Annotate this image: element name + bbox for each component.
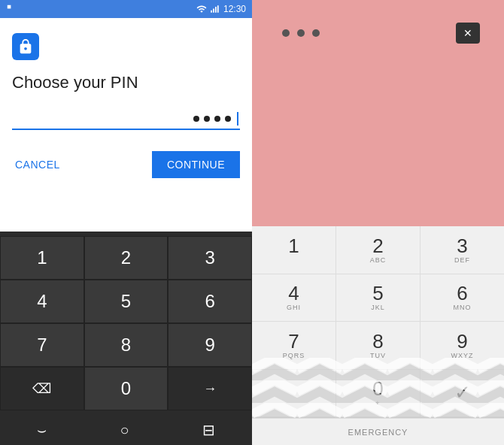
numpad-number-1: 1 — [288, 236, 299, 256]
nav-bar: ⌣ ○ ⊟ — [0, 415, 252, 445]
key-6[interactable]: 6 — [168, 280, 252, 323]
lock-icon — [17, 38, 34, 55]
status-bar: 12:30 — [0, 0, 252, 18]
key-4[interactable]: 4 — [0, 280, 84, 323]
pin-dot-1 — [193, 116, 199, 122]
numpad-letters-2: ABC — [370, 256, 387, 264]
emergency-label: EMERGENCY — [348, 428, 408, 437]
enter-key[interactable]: → — [168, 367, 252, 410]
chevron-background — [252, 358, 504, 418]
status-bar-right: 12:30 — [196, 4, 246, 14]
pin-dots — [12, 112, 240, 126]
right-pin-dots — [267, 29, 320, 37]
key-3[interactable]: 3 — [168, 236, 252, 280]
numpad-letters-5: JKL — [371, 304, 385, 311]
keyboard: 1 2 3 4 5 6 7 8 9 ⌫ 0 → — [0, 232, 252, 415]
home-nav-button[interactable]: ○ — [102, 416, 147, 445]
right-dot-2 — [297, 29, 305, 37]
cancel-button[interactable]: Cancel — [12, 153, 63, 177]
numpad-letters-3: DEF — [454, 256, 470, 264]
numpad-number-5: 5 — [372, 283, 383, 303]
numpad-number-2: 2 — [372, 236, 383, 256]
numpad-key-3[interactable]: 3 DEF — [421, 226, 504, 274]
backspace-key[interactable]: ⌫ — [0, 367, 84, 410]
right-panel: ✕ 1 2 ABC 3 DEF 4 GHI 5 — [252, 0, 504, 445]
right-backspace-button[interactable]: ✕ — [456, 23, 480, 44]
key-row-3: 7 8 9 — [0, 323, 252, 367]
key-row-2: 4 5 6 — [0, 280, 252, 323]
wifi-icon — [196, 4, 207, 14]
chevron-svg — [252, 358, 504, 418]
right-dot-3 — [312, 29, 320, 37]
pin-dot-4 — [225, 116, 231, 122]
svg-rect-1 — [252, 358, 504, 418]
signal-icon — [210, 4, 220, 14]
numpad-number-6: 6 — [457, 283, 467, 303]
key-2[interactable]: 2 — [84, 236, 169, 280]
numpad-key-4[interactable]: 4 GHI — [252, 274, 336, 322]
numpad-key-5[interactable]: 5 JKL — [336, 274, 421, 322]
numpad-key-1[interactable]: 1 — [252, 226, 336, 274]
pin-content: Choose your PIN Cancel CONTINUE — [0, 18, 252, 232]
key-1[interactable]: 1 — [0, 236, 84, 280]
lock-icon-container — [12, 33, 39, 60]
numpad-key-6[interactable]: 6 MNO — [421, 274, 504, 322]
numpad-number-7: 7 — [288, 331, 299, 351]
pin-dot-2 — [204, 116, 210, 122]
emergency-row: EMERGENCY — [252, 418, 504, 445]
numpad-letters-1 — [293, 256, 296, 264]
time-display: 12:30 — [223, 4, 246, 14]
notification-icon — [6, 4, 17, 14]
numpad-number-8: 8 — [372, 331, 383, 351]
numpad-number-9: 9 — [457, 331, 467, 351]
pin-dot-3 — [214, 116, 220, 122]
key-7[interactable]: 7 — [0, 323, 84, 367]
back-nav-button[interactable]: ⌣ — [19, 416, 65, 445]
key-0[interactable]: 0 — [84, 367, 169, 410]
numpad-letters-4: GHI — [287, 304, 301, 311]
right-dot-1 — [282, 29, 290, 37]
pin-cursor — [237, 112, 238, 126]
numpad-key-2[interactable]: 2 ABC — [336, 226, 421, 274]
key-8[interactable]: 8 — [84, 323, 169, 367]
key-5[interactable]: 5 — [84, 280, 169, 323]
svg-rect-0 — [8, 5, 11, 9]
status-bar-left — [6, 4, 17, 14]
numpad-row-1: 1 2 ABC 3 DEF — [252, 226, 504, 274]
key-row-1: 1 2 3 — [0, 236, 252, 280]
left-panel: 12:30 Choose your PIN Cancel CONTINUE — [0, 0, 252, 445]
numpad-row-2: 4 GHI 5 JKL 6 MNO — [252, 274, 504, 322]
right-dots-row: ✕ — [252, 8, 504, 44]
key-9[interactable]: 9 — [168, 323, 252, 367]
recent-nav-button[interactable]: ⊟ — [184, 415, 233, 445]
right-top-area: ✕ — [252, 0, 504, 219]
numpad-letters-6: MNO — [454, 304, 472, 311]
numpad-number-3: 3 — [457, 236, 467, 256]
key-row-4: ⌫ 0 → — [0, 367, 252, 410]
continue-button[interactable]: CONTINUE — [152, 151, 240, 178]
pin-title: Choose your PIN — [12, 72, 240, 94]
pin-input-row — [12, 112, 240, 130]
numpad-number-4: 4 — [288, 283, 299, 303]
pin-actions: Cancel CONTINUE — [12, 151, 240, 178]
